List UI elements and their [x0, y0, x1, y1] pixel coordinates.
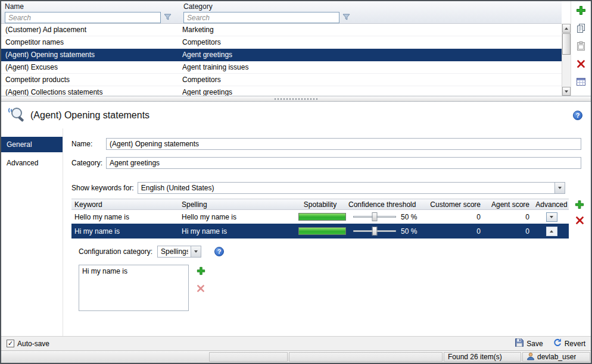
advanced-collapse-button[interactable] — [546, 227, 557, 236]
grid-view-icon — [576, 77, 586, 89]
cell-category: Marketing — [180, 26, 562, 34]
kw-header-customer-score: Customer score — [429, 200, 485, 209]
delete-spelling-button[interactable] — [195, 284, 206, 294]
paste-icon — [576, 41, 586, 53]
name-filter-button[interactable] — [161, 12, 174, 23]
delete-x-icon — [575, 216, 584, 227]
status-user: devlab_user — [522, 352, 590, 362]
keyword-manager-window: Name Category — [0, 0, 592, 364]
revert-button[interactable]: Revert — [553, 338, 585, 349]
grid-header: Name Category — [1, 1, 562, 24]
slider-thumb[interactable] — [372, 212, 378, 221]
paste-button[interactable] — [575, 41, 588, 53]
name-search-input[interactable] — [5, 12, 161, 23]
tab-general[interactable]: General — [1, 137, 63, 152]
add-keyword-set-button[interactable] — [575, 5, 588, 17]
kw-cell-keyword: Hi my name is — [71, 227, 182, 236]
grid-row[interactable]: (Customer) Ad placement Marketing — [1, 24, 562, 36]
config-category-value: Spellings — [161, 247, 188, 256]
detail-header: (Agent) Opening statements — [1, 102, 591, 128]
spelling-editor: Configuration category: Spellings Hi my … — [79, 246, 569, 311]
spotability-bar — [298, 213, 346, 221]
scroll-thumb[interactable] — [562, 33, 571, 55]
vertical-scrollbar[interactable] — [562, 24, 571, 96]
cell-category: Agent training issues — [180, 63, 562, 71]
name-field[interactable] — [106, 138, 581, 150]
cell-name: Competitor products — [1, 76, 180, 84]
revert-icon — [553, 338, 562, 349]
confidence-slider[interactable] — [353, 226, 396, 236]
chevron-down-icon[interactable] — [191, 246, 201, 257]
add-keyword-button[interactable] — [574, 200, 585, 211]
language-label: Show keywords for: — [71, 184, 134, 192]
add-icon — [197, 266, 205, 277]
config-category-combobox[interactable]: Spellings — [157, 246, 201, 258]
grid-row[interactable]: (Agent) Excuses Agent training issues — [1, 61, 562, 74]
detail-panel: (Agent) Opening statements General Advan… — [1, 102, 591, 336]
chevron-down-icon[interactable] — [554, 183, 565, 193]
category-search-input[interactable] — [183, 12, 339, 23]
kw-header-keyword: Keyword — [71, 200, 182, 209]
keywords-table: Keyword Spelling Spotability Confidence … — [71, 199, 569, 311]
help-icon[interactable] — [573, 111, 582, 120]
language-combobox[interactable]: English (United States) — [138, 182, 565, 194]
kw-cell-agent-score: 0 — [485, 227, 534, 236]
keyword-row[interactable]: Hello my name is Hello my name is 50 % — [71, 210, 569, 224]
scroll-up-button[interactable] — [562, 24, 571, 33]
save-button[interactable]: Save — [515, 338, 543, 349]
grid-toolbar — [571, 1, 591, 96]
category-filter-button[interactable] — [339, 12, 353, 23]
keywords-table-header: Keyword Spelling Spotability Confidence … — [71, 199, 569, 210]
confidence-slider[interactable] — [353, 212, 396, 222]
delete-keyword-button[interactable] — [574, 216, 585, 227]
grid-row[interactable]: (Agent) Collections statements Agent gre… — [1, 86, 562, 96]
user-icon — [526, 352, 535, 362]
arrow-up-icon — [565, 27, 568, 30]
delete-keyword-set-button[interactable] — [575, 59, 588, 71]
kw-header-spelling: Spelling — [182, 200, 292, 209]
chevron-up-icon — [550, 230, 553, 233]
grid-view-button[interactable] — [575, 77, 588, 89]
tab-advanced[interactable]: Advanced — [1, 155, 63, 171]
spellings-listbox[interactable]: Hi my name is — [79, 265, 189, 311]
revert-label: Revert — [565, 340, 585, 348]
grid-row[interactable]: Competitor names Competitors — [1, 36, 562, 49]
delete-x-icon — [577, 59, 585, 70]
column-header-name: Name — [5, 2, 177, 11]
keyword-row-selected[interactable]: Hi my name is Hi my name is 50 % 0 — [71, 224, 569, 239]
kw-cell-agent-score: 0 — [485, 213, 534, 221]
kw-cell-keyword: Hello my name is — [71, 213, 182, 221]
kw-header-agent-score: Agent score — [485, 200, 534, 209]
arrow-down-icon — [565, 90, 568, 93]
scroll-down-button[interactable] — [562, 87, 571, 96]
advanced-expand-button[interactable] — [546, 212, 557, 222]
grid-row[interactable]: Competitor products Competitors — [1, 74, 562, 86]
slider-thumb[interactable] — [372, 227, 378, 236]
config-category-label: Configuration category: — [79, 247, 152, 256]
kw-cell-customer-score: 0 — [429, 227, 485, 236]
funnel-icon — [164, 13, 172, 23]
confidence-value: 50 % — [401, 227, 417, 236]
name-label: Name: — [71, 140, 106, 148]
spellings-help-icon[interactable] — [214, 247, 224, 256]
grid-row-selected[interactable]: (Agent) Opening statements Agent greetin… — [1, 49, 562, 61]
scroll-track[interactable] — [562, 33, 571, 87]
kw-header-spotability: Spotability — [292, 200, 348, 209]
cell-category: Agent greetings — [180, 51, 562, 59]
keyword-search-icon — [7, 106, 25, 124]
add-spelling-button[interactable] — [195, 266, 206, 277]
category-label: Category: — [71, 159, 106, 167]
confidence-value: 50 % — [401, 213, 417, 221]
save-label: Save — [526, 340, 543, 348]
status-segment — [209, 352, 288, 362]
add-icon — [576, 5, 586, 17]
column-header-category: Category — [183, 2, 559, 11]
spelling-item[interactable]: Hi my name is — [82, 267, 185, 275]
cell-category: Agent greetings — [180, 88, 562, 96]
copy-button[interactable] — [575, 23, 588, 35]
spotability-bar — [298, 227, 346, 235]
horizontal-splitter[interactable] — [1, 96, 591, 102]
category-field[interactable] — [106, 157, 581, 169]
language-value: English (United States) — [141, 184, 552, 192]
autosave-checkbox[interactable] — [7, 340, 14, 347]
